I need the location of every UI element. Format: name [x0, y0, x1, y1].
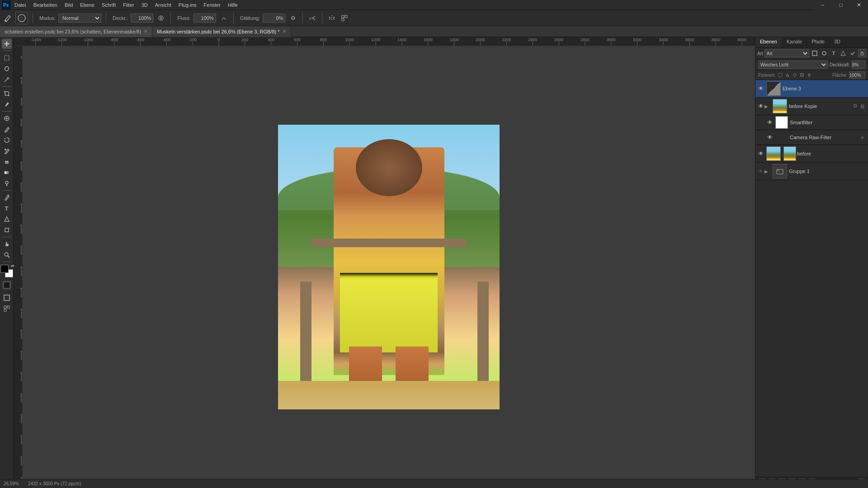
menu-bearbeiten[interactable]: Bearbeiten [30, 1, 61, 9]
tab-muskeln-close[interactable]: ✕ [283, 29, 286, 34]
lock-artboard-icon[interactable] [799, 72, 805, 78]
eyedropper-tool[interactable] [2, 99, 12, 109]
filter-text-icon[interactable]: T [830, 49, 838, 57]
sublayer-smartfilter[interactable]: 👁 Smartfilter [755, 115, 868, 130]
move-tool[interactable] [2, 39, 12, 49]
menubar: Ps Datei Bearbeiten Bild Ebene Schrift F… [0, 0, 868, 10]
blending-mode-select[interactable]: Weiches Licht Normal Multiplizieren [758, 61, 828, 69]
layer-before[interactable]: 👁 before [755, 145, 868, 163]
deckkraft-value-input[interactable] [852, 61, 865, 69]
angle-icon[interactable]: 0° [307, 13, 317, 23]
eraser-tool[interactable] [2, 157, 12, 167]
menu-3d[interactable]: 3D [138, 1, 151, 9]
shape-tool[interactable] [2, 225, 12, 235]
extra-tool-icon[interactable] [340, 13, 349, 23]
foreground-color[interactable] [0, 265, 9, 273]
tab-muskeln[interactable]: Muskeln verstärken.psdc bei 26,6% (Ebene… [152, 26, 291, 37]
mode-select[interactable]: Normal Multiplizieren Überlagern [58, 14, 101, 23]
gradient-tool[interactable] [2, 168, 12, 178]
magic-wand-tool[interactable] [2, 75, 12, 84]
symmetry-icon[interactable] [327, 13, 337, 23]
canvas-container[interactable] [23, 46, 755, 488]
tab-ebenen[interactable]: Ebenen [755, 37, 782, 47]
fluss-input[interactable] [193, 14, 216, 23]
layer-before-kopie[interactable]: 👁 ▶ before Kopie ⛓ [755, 98, 868, 115]
menu-ansicht[interactable]: Ansicht [151, 1, 175, 9]
menu-bild[interactable]: Bild [61, 1, 76, 9]
svg-rect-41 [861, 53, 863, 55]
brush-tool-icon[interactable] [3, 13, 13, 23]
svg-rect-35 [4, 295, 9, 300]
menu-ebene[interactable]: Ebene [76, 1, 98, 9]
menu-fenster[interactable]: Fenster [200, 1, 224, 9]
filter-lock-icon[interactable] [858, 49, 866, 57]
tab-kanaele[interactable]: Kanäle [782, 37, 807, 47]
flaeche-label: Fläche: [832, 73, 847, 78]
type-tool[interactable]: T [2, 203, 12, 213]
filter-pixel-icon[interactable] [811, 49, 819, 57]
tab-pfade[interactable]: Pfade [807, 37, 830, 47]
quick-mask-icon[interactable] [2, 280, 12, 290]
filter-shape-icon[interactable] [839, 49, 847, 57]
tab-schatten-label: schatten erstellen.psdc bei 23,6% (schat… [5, 29, 141, 34]
flaeche-input[interactable] [849, 71, 865, 79]
pressure-fluss-icon[interactable] [219, 13, 229, 23]
menu-hilfe[interactable]: Hilfe [224, 1, 241, 9]
layer-gruppe1[interactable]: 👁 ▶ Gruppe 1 [755, 163, 868, 180]
menu-schrift[interactable]: Schrift [98, 1, 119, 9]
screen-mode-icon[interactable] [2, 293, 12, 303]
deckkraft-input[interactable] [131, 14, 153, 23]
lock-all-icon[interactable] [806, 72, 812, 78]
layer-ebene3[interactable]: 👁 Ebene 3 [755, 80, 868, 98]
zoom-tool[interactable] [2, 250, 12, 260]
tab-3d[interactable]: 3D [830, 37, 845, 47]
path-selection-tool[interactable] [2, 214, 12, 224]
glattung-input[interactable] [263, 14, 285, 23]
minimize-button[interactable]: − [814, 0, 832, 10]
close-button[interactable]: ✕ [850, 0, 868, 10]
clone-stamp-tool[interactable] [2, 135, 12, 145]
layer-gruppe1-visibility[interactable]: 👁 [757, 168, 764, 174]
layers-filter-row: Art Art Name T [755, 48, 868, 59]
layer-before-kopie-visibility[interactable]: 👁 [757, 103, 764, 109]
filter-adjust-icon[interactable] [820, 49, 828, 57]
crop-tool[interactable] [2, 89, 12, 99]
maximize-button[interactable]: □ [832, 0, 850, 10]
menu-plugins[interactable]: Plug-ins [175, 1, 200, 9]
lock-position-icon[interactable] [792, 72, 798, 78]
sublayer-camera-raw[interactable]: 👁 Camera Raw-Filter ≡ [755, 130, 868, 145]
lock-pixels-icon[interactable] [784, 72, 791, 78]
layer-before-kopie-expand[interactable]: ▶ [764, 104, 771, 109]
rectangular-marquee-tool[interactable] [2, 53, 12, 63]
tab-schatten[interactable]: schatten erstellen.psdc bei 23,6% (schat… [0, 26, 152, 37]
layer-before-visibility[interactable]: 👁 [757, 150, 764, 157]
lasso-tool[interactable] [2, 64, 12, 74]
layer-gruppe1-expand[interactable]: ▶ [764, 169, 771, 174]
swap-colors-icon[interactable]: ⇄ [11, 263, 14, 268]
sublayer-camera-raw-visibility[interactable]: 👁 [766, 134, 774, 141]
brush-preset-icon[interactable] [15, 12, 28, 24]
lock-fill-row: Fixieren: [755, 70, 868, 80]
pen-tool[interactable] [2, 192, 12, 202]
sublayer-smartfilter-visibility[interactable]: 👁 [766, 119, 774, 126]
brush-tool[interactable] [2, 124, 12, 134]
layer-before-kopie-action[interactable] [852, 103, 859, 109]
lock-transparent-icon[interactable] [777, 72, 783, 78]
dodge-tool[interactable] [2, 178, 12, 188]
hand-tool[interactable] [2, 239, 12, 249]
svg-point-31 [5, 253, 8, 256]
tab-schatten-close[interactable]: ✕ [144, 29, 147, 34]
pressure-deckkraft-icon[interactable] [156, 13, 166, 23]
layer-ebene3-visibility[interactable]: 👁 [757, 85, 764, 92]
history-brush-tool[interactable] [2, 146, 12, 156]
menu-datei[interactable]: Datei [11, 1, 30, 9]
sublayer-camera-raw-action[interactable]: ≡ [859, 135, 866, 140]
extra-tool-2[interactable] [2, 304, 12, 314]
filter-type-select[interactable]: Art Name [764, 49, 809, 57]
filter-smart-icon[interactable] [849, 49, 857, 57]
layer-before-kopie-link[interactable]: ⛓ [859, 104, 866, 109]
heal-brush-tool[interactable] [2, 113, 12, 123]
document-canvas[interactable] [278, 125, 500, 409]
glattung-settings-icon[interactable]: ⚙ [288, 13, 298, 23]
menu-filter[interactable]: Filter [119, 1, 137, 9]
